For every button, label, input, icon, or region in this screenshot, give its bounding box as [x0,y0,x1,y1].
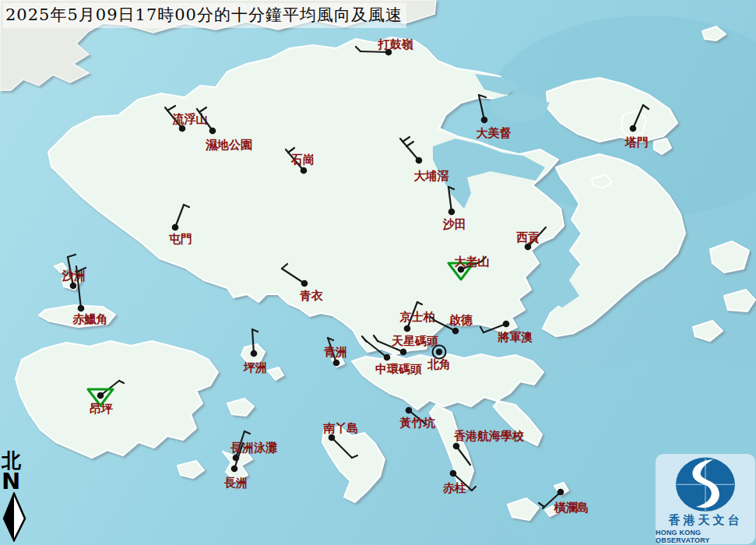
station-shek-kong: 石崗 [286,148,315,174]
station-label: 大美督 [476,126,512,140]
wind-barb-staff [332,438,352,458]
station-label: 打鼓嶺 [378,37,414,51]
wind-barb-tick [417,302,422,304]
station-label: 長洲泳灘 [230,441,277,455]
station-label: 將軍澳 [498,330,533,344]
station-dot [481,117,488,124]
station-tai-po-kau: 大埔滘 [400,137,449,183]
station-dot [630,125,637,132]
station-label: 流浮山 [172,112,208,126]
hko-logo: 香港天文台 HONG KONG OBSERVATORY [656,454,755,544]
station-peng-chau: 坪洲 [243,329,267,374]
north-arrow-icon [2,492,30,542]
station-dot [406,407,413,414]
station-label: 青洲 [323,345,347,359]
station-sha-tin: 沙田 [442,187,466,231]
wind-barb-tick [119,381,124,383]
station-label: 橫瀾島 [554,501,589,515]
station-dot [452,328,459,335]
wind-barb-staff [633,105,643,128]
station-tai-mei-tuk: 大美督 [476,95,512,140]
wind-barb-tick [480,327,483,332]
station-label: 京士柏 [399,310,435,324]
station-dot [172,224,179,231]
station-tap-mun: 塔門 [624,105,649,149]
station-label: 昂坪 [90,402,113,416]
wind-barb-staff [479,95,484,120]
map-title: 2025年5月09日17時00分的十分鐘平均風向及風速 [3,3,406,28]
station-label: 濕地公園 [205,138,252,152]
station-hk-sea-school: 香港航海學校 [453,429,525,465]
station-ngong-ping: 昂坪 [88,381,124,416]
station-label: 黃竹坑 [399,416,436,430]
wind-barb-staff [252,329,254,353]
stations-layer: 打鼓嶺流浮山濕地公園石崗大埔滘大美督塔門屯門沙田西貢大老山沙洲赤鱲角青衣青洲京士… [0,0,756,545]
station-label: 啟德 [448,313,473,327]
station-label: 屯門 [168,232,192,246]
station-dot [97,392,104,399]
station-green-island: 青洲 [323,338,347,366]
station-sha-chau: 沙洲 [62,255,86,289]
wind-map: 打鼓嶺流浮山濕地公園石崗大埔滘大美督塔門屯門沙田西貢大老山沙洲赤鱲角青衣青洲京士… [0,0,756,545]
station-lamma-island: 南丫島 [323,421,359,458]
wind-barb-tick [68,255,76,257]
station-kai-tak: 啟德 [431,313,473,334]
station-cheung-chau-beach: 長洲泳灘 [230,431,277,461]
station-tates-cairn: 大老山 [448,255,490,280]
wind-barb-tick [539,503,544,507]
station-sai-kung: 西貢 [516,227,546,250]
station-label: 大老山 [455,255,490,269]
station-stanley: 赤柱 [442,470,476,495]
wind-barb-tick [184,205,189,207]
station-chek-lap-kok: 赤鱲角 [72,266,108,326]
wind-barb-staff [282,269,304,283]
wind-barb-tick [362,336,367,342]
station-north-point: 北角 [427,346,451,372]
station-tuen-mun: 屯門 [168,205,192,246]
wind-barb-staff [448,187,452,212]
station-label: 沙田 [442,217,466,231]
station-label: 長洲 [223,476,248,490]
station-dot [301,280,308,287]
station-label: 天星碼頭 [391,334,438,348]
station-dot [231,466,238,473]
north-label-n: N [2,471,33,492]
wind-barb-tick [356,47,360,51]
station-label: 坪洲 [243,360,267,374]
wind-barb-tick [167,106,175,111]
station-label: 沙洲 [62,269,86,283]
station-label: 石崗 [290,153,315,167]
wind-barb-tick [352,455,357,458]
station-kings-park: 京士柏 [399,302,435,332]
hko-logo-name-en: HONG KONG OBSERVATORY [656,529,755,544]
station-label: 西貢 [516,230,540,244]
compass: 北 N [2,451,33,545]
station-star-ferry-pier: 天星碼頭 [374,334,438,355]
station-wong-chuk-hang: 黃竹坑 [399,407,436,430]
wind-barb-tick [472,487,476,490]
station-waglan-island: 橫瀾島 [539,489,589,515]
station-label: 香港航海學校 [453,429,525,443]
station-dot [450,470,457,477]
station-label: 南丫島 [323,421,359,435]
station-dot [301,167,308,174]
station-dot [404,325,411,332]
wind-barb-staff [360,51,389,52]
wind-barb-tick [374,336,378,341]
wind-barb-staff [364,339,387,357]
wind-barb-tick [403,137,410,142]
wind-barb-staff [175,205,184,227]
station-dot [400,349,407,356]
wind-barb-tick [244,431,250,434]
wind-barb-tick [282,264,287,269]
wind-barb-staff [456,446,470,465]
station-label: 大埔滘 [414,169,449,183]
station-lau-fau-shan: 流浮山 [165,106,208,132]
station-tsing-yi: 青衣 [282,264,323,303]
station-dot [416,157,423,164]
station-label: 赤鱲角 [72,312,108,326]
station-label: 北角 [427,357,451,371]
hko-logo-icon [668,455,743,515]
station-label: 中環碼頭 [375,362,422,376]
station-dot [333,360,340,367]
